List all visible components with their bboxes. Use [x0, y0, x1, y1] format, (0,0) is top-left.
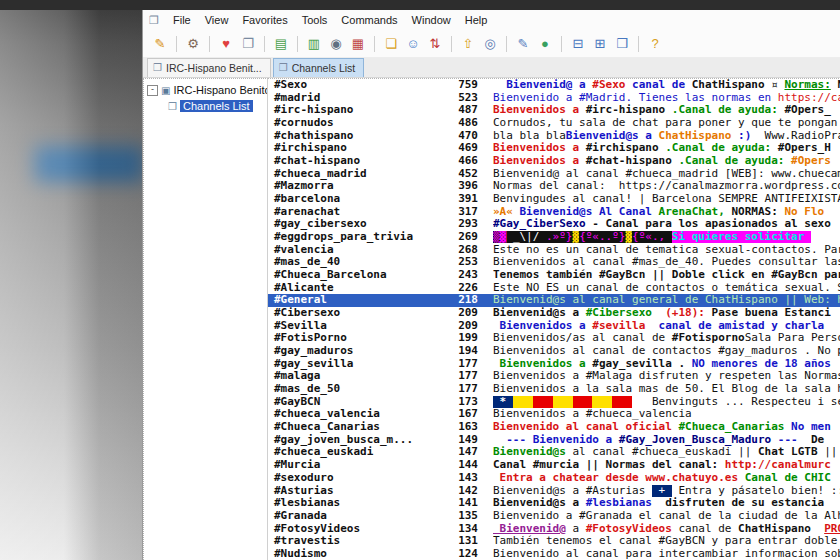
toolbar-separator — [209, 36, 210, 52]
notepad-icon[interactable]: ✎ — [513, 35, 533, 53]
channel-row[interactable]: #General218Bienvenid@s al canal general … — [268, 294, 840, 307]
topic-segment: #Opers_ — [784, 104, 830, 116]
topic-segment: Bienvenido a #Madrid. Tienes las normas … — [493, 92, 778, 104]
channel-row[interactable]: #irc-hispano487Bienvenidos a #irc-hispan… — [268, 104, 840, 117]
channel-user-count: 269 — [432, 231, 478, 244]
menu-view[interactable]: View — [198, 12, 236, 28]
channel-row[interactable]: #GayBCN173 * Benvinguts ... Respecteu i … — [268, 396, 840, 409]
topic-segment: http://canalmurc — [725, 459, 831, 471]
address-book-icon[interactable]: ▥ — [304, 35, 324, 53]
menu-help[interactable]: Help — [458, 12, 495, 28]
tree-item-server[interactable]: - ▣ IRC-Hispano BenitoLop — [144, 82, 267, 98]
channel-name: #chueca_valencia — [268, 408, 432, 421]
menu-commands[interactable]: Commands — [334, 12, 404, 28]
channel-row[interactable]: #sexoduro143 Entra a chatear desde www.c… — [268, 472, 840, 485]
tile-horizontal-icon[interactable]: ⊟ — [568, 35, 588, 53]
menu-bar: ❐ FileViewFavoritesToolsCommandsWindowHe… — [143, 10, 840, 30]
channel-row[interactable]: #Granada135Bienvenido a #Granada el cana… — [268, 510, 840, 523]
tab-irc-hispano-benit[interactable]: ❐IRC-Hispano Benit... — [147, 58, 271, 77]
channel-row[interactable]: #chathispano470bla bla blaBienvenid@s a … — [268, 130, 840, 143]
topic-segment: (+18): — [659, 307, 712, 319]
channel-user-count: 209 — [432, 320, 478, 333]
send-file-icon[interactable]: ⇧ — [458, 35, 478, 53]
dcc-send-icon[interactable]: ❏ — [381, 35, 401, 53]
channel-row[interactable]: #arenachat317»A« Bienvenid@s Al Canal Ar… — [268, 206, 840, 219]
channel-row[interactable]: #Murcia144Canal #murcia || Normas del ca… — [268, 459, 840, 472]
channel-row[interactable]: #barcelona391Benvingudes al canal! | Bar… — [268, 193, 840, 206]
channel-row[interactable]: #gay_sevilla177 Bienvenidos a #gay_sevil… — [268, 358, 840, 371]
channel-row[interactable]: #Sexo759 Bienvenid@ a #Sexo canal de Cha… — [268, 79, 840, 92]
channel-row[interactable]: #travestis131También tenemos el canal #G… — [268, 535, 840, 548]
topic-segment: bla bla bla — [493, 130, 566, 142]
channel-name: #chat-hispano — [268, 155, 432, 168]
channel-name: #Nudismo — [268, 548, 432, 560]
channel-row[interactable]: #eggdrops_para_trivia269▒▓ _\|/ .»º}▓{º«… — [268, 231, 840, 244]
channel-row[interactable]: #Asturias142Bienvenid@s a #Asturias + En… — [268, 485, 840, 498]
channel-name: #Alicante — [268, 282, 432, 295]
channel-name: #sexoduro — [268, 472, 432, 485]
tile-vertical-icon[interactable]: ⊞ — [590, 35, 610, 53]
colors-icon[interactable]: ▦ — [348, 35, 368, 53]
channel-name: #Granada — [268, 510, 432, 523]
cascade-icon[interactable]: ❒ — [612, 35, 632, 53]
topic-segment: Benvinguts ... Respecteu i sereu re — [632, 396, 840, 408]
channel-topic: Bienvenidos a #chueca_valencia — [493, 408, 840, 421]
channels-list-icon[interactable]: ❐ — [238, 35, 258, 53]
desktop-background-blur — [0, 0, 142, 560]
channel-row[interactable]: #irchispano469Bienvenidos a #irchispano … — [268, 142, 840, 155]
channel-row[interactable]: #Chueca_Canarias163Bienvenido al canal o… — [268, 421, 840, 434]
channel-row[interactable]: #chueca_valencia167Bienvenidos a #chueca… — [268, 408, 840, 421]
channel-row[interactable]: #chueca_euskadi147Bienvenid@s al canal #… — [268, 446, 840, 459]
channel-row[interactable]: #chueca_madrid452Bienvenid@ al canal #ch… — [268, 168, 840, 181]
topic-segment: canal de amistad y charla — [652, 320, 831, 332]
channel-topic: ▒▓ _\|/ .»º}▓{º«..º}▓{º«., Si quieres so… — [493, 231, 840, 244]
channel-row[interactable]: #Chueca_Barcelona243Tenemos también #Gay… — [268, 269, 840, 282]
topic-segment: Normas del canal: https://canalmazmorra.… — [493, 180, 840, 192]
channel-topic: Bienvenido a #Madrid. Tienes las normas … — [493, 92, 840, 105]
channel-name: #Chueca_Canarias — [268, 421, 432, 434]
menu-tools[interactable]: Tools — [295, 12, 335, 28]
channel-row[interactable]: #Alicante226Este NO ES un canal de conta… — [268, 282, 840, 295]
script-editor-icon[interactable]: ▤ — [271, 35, 291, 53]
channel-row[interactable]: #mas_de_40253Bienvenidos al canal #mas_d… — [268, 256, 840, 269]
tree-item-channels-list[interactable]: ❐ Channels List — [144, 98, 267, 114]
timer-icon[interactable]: ◉ — [326, 35, 346, 53]
channel-row[interactable]: #chat-hispano466Bienvenidos a #chat-hisp… — [268, 155, 840, 168]
channel-row[interactable]: #FotisPorno199Bienvenidos/as al canal de… — [268, 332, 840, 345]
channel-row[interactable]: #mas_de_50177Bienvenidos a la sala mas d… — [268, 383, 840, 396]
tab-channels-list[interactable]: ❐Channels List — [273, 58, 365, 77]
channel-row[interactable]: #Sevilla209 Bienvenidos a #sevilla canal… — [268, 320, 840, 333]
channel-user-count: 226 — [432, 282, 478, 295]
topic-segment: Entra a chatear desde www.chatuyo.es — [493, 472, 745, 484]
help-icon[interactable]: ? — [645, 35, 665, 53]
channel-row[interactable]: #madrid523Bienvenido a #Madrid. Tienes l… — [268, 92, 840, 105]
menu-favorites[interactable]: Favorites — [235, 12, 294, 28]
channel-row[interactable]: #gay_maduros194Bienvenidos al canal de c… — [268, 345, 840, 358]
channel-row[interactable]: #gay_joven_busca_m...149 --- Bienvenido … — [268, 434, 840, 447]
tree-expander-icon[interactable]: - — [147, 85, 158, 96]
dcc-chat-icon[interactable]: ⇅ — [425, 35, 445, 53]
channel-row[interactable]: #malaga177Bienvenidos a #Malaga disfrute… — [268, 370, 840, 383]
channel-row[interactable]: #valencia268Este no es un canal de temat… — [268, 244, 840, 257]
options-icon[interactable]: ⚙ — [183, 35, 203, 53]
favorites-icon[interactable]: ♥ — [216, 35, 236, 53]
connect-icon[interactable]: ✎ — [150, 35, 170, 53]
topic-segment: También tenemos el canal #GayBCN y para … — [493, 535, 840, 547]
topic-segment: #sevilla — [592, 320, 652, 332]
channel-row[interactable]: #cornudos486Cornudos, tu sala de chat pa… — [268, 117, 840, 130]
topic-segment: Bienvenido al canal oficial — [493, 421, 678, 433]
query-icon[interactable]: ☺ — [403, 35, 423, 53]
channel-row[interactable]: #Mazmorra396Normas del canal: https://ca… — [268, 180, 840, 193]
channels-list-icon: ❐ — [168, 101, 177, 112]
menu-window[interactable]: Window — [405, 12, 458, 28]
channel-row[interactable]: #Nudismo124Bienvenido al canal para inte… — [268, 548, 840, 560]
channel-user-count: 396 — [432, 180, 478, 193]
menu-file[interactable]: File — [166, 12, 198, 28]
channel-row[interactable]: #gay_cibersexo293#Gay_CiberSexo - Canal … — [268, 218, 840, 231]
find-user-icon[interactable]: ◎ — [480, 35, 500, 53]
channel-row[interactable]: #Cibersexo209Bienvenid@s a #Cibersexo (+… — [268, 307, 840, 320]
topic-segment — [573, 396, 593, 408]
channel-row[interactable]: #FotosyVideos134 Bienvenid@ a #FotosyVid… — [268, 523, 840, 536]
url-list-icon[interactable]: ● — [535, 35, 555, 53]
channel-row[interactable]: #lesbianas141Bienvenid@s a #lesbianas di… — [268, 497, 840, 510]
